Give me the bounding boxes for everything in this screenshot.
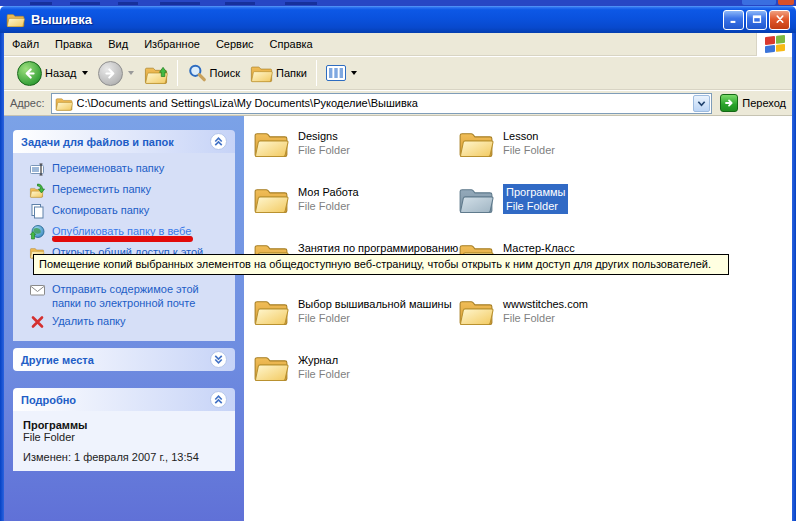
task-link[interactable]: Отправить содержимое этой папки по элект…	[52, 282, 217, 310]
tasks-panel-header[interactable]: Задачи для файлов и папок	[13, 130, 235, 153]
chevron-down-icon	[697, 99, 706, 108]
maximize-icon	[751, 14, 763, 25]
background-window-menu-fragment	[225, 2, 255, 5]
up-folder-icon	[144, 62, 168, 84]
details-item-type: File Folder	[23, 431, 227, 443]
folders-button[interactable]: Папки	[245, 63, 312, 83]
details-header[interactable]: Подробно	[13, 388, 235, 411]
details-body: Программы File Folder Изменен: 1 февраля…	[13, 411, 235, 471]
task-copy-folder[interactable]: Скопировать папку	[17, 201, 231, 222]
task-link[interactable]: Удалить папку	[52, 314, 126, 328]
background-window-menu-fragment	[285, 2, 317, 5]
window-title: Вышивка	[31, 12, 723, 27]
explorer-window: Вышивка Файл Правка Вид Избранное Сервис…	[0, 0, 796, 521]
other-places-header[interactable]: Другие места	[13, 348, 235, 371]
collapse-button[interactable]	[210, 133, 227, 150]
back-button[interactable]: Назад	[12, 61, 93, 86]
go-button[interactable]: Переход	[720, 94, 786, 112]
folders-label: Папки	[276, 67, 307, 79]
folder-icon-selected	[458, 184, 494, 214]
address-combobox[interactable]: C:\Documents and Settings\Liza\My Docume…	[51, 93, 713, 114]
menu-file[interactable]: Файл	[4, 35, 47, 53]
other-places-title: Другие места	[21, 354, 210, 366]
details-title: Подробно	[21, 394, 210, 406]
folder-type: File Folder	[298, 199, 359, 213]
views-button[interactable]	[321, 65, 362, 81]
folder-tile-vybor-mashiny[interactable]: Выбор вышивальной машиныFile Folder	[253, 296, 483, 340]
chevron-double-up-icon	[212, 393, 225, 406]
tasks-panel-title: Задачи для файлов и папок	[21, 136, 210, 148]
folder-name: Моя Работа	[298, 185, 359, 199]
address-dropdown-button[interactable]	[693, 95, 710, 112]
close-button[interactable]	[769, 10, 790, 30]
title-bar: Вышивка	[0, 6, 796, 33]
task-email-folder[interactable]: Отправить содержимое этой папки по элект…	[17, 280, 231, 312]
background-window-menu-fragment	[118, 2, 138, 5]
tasks-panel-body: Переименовать папку Переместить папку	[13, 153, 235, 341]
search-icon	[187, 63, 207, 83]
details-item-name: Программы	[23, 419, 227, 431]
rename-icon	[29, 161, 46, 177]
go-arrow-icon	[720, 94, 738, 112]
forward-button[interactable]	[93, 61, 139, 86]
search-label: Поиск	[210, 67, 240, 79]
folder-type: File Folder	[503, 311, 588, 325]
menu-view[interactable]: Вид	[100, 35, 136, 53]
menu-favorites[interactable]: Избранное	[136, 35, 208, 53]
move-folder-icon	[29, 182, 46, 198]
folders-icon	[250, 63, 273, 83]
folder-type: File Folder	[506, 199, 565, 213]
minimize-button[interactable]	[723, 10, 744, 30]
task-link[interactable]: Переименовать папку	[52, 161, 164, 175]
folder-type: File Folder	[503, 143, 555, 157]
folder-tile-designs[interactable]: DesignsFile Folder	[253, 128, 453, 172]
main-area: Задачи для файлов и папок Переименовать …	[4, 116, 792, 521]
search-button[interactable]: Поиск	[182, 63, 245, 83]
views-dropdown-icon[interactable]	[351, 71, 357, 75]
menu-tools[interactable]: Сервис	[208, 35, 262, 53]
window-border-right	[792, 33, 796, 521]
task-link[interactable]: Переместить папку	[52, 182, 151, 196]
address-bar: Адрес: C:\Documents and Settings\Liza\My…	[4, 91, 792, 116]
folder-tile-wwwstitches[interactable]: wwwstitches.comFile Folder	[458, 296, 658, 340]
collapse-button[interactable]	[210, 391, 227, 408]
expand-button[interactable]	[210, 351, 227, 368]
folder-tile-zhurnal[interactable]: ЖурналFile Folder	[253, 352, 453, 396]
task-rename-folder[interactable]: Переименовать папку	[17, 159, 231, 180]
up-button[interactable]	[139, 62, 173, 84]
menu-help[interactable]: Справка	[262, 35, 321, 53]
folder-tile-lesson[interactable]: LessonFile Folder	[458, 128, 658, 172]
task-move-folder[interactable]: Переместить папку	[17, 180, 231, 201]
minimize-icon	[728, 14, 740, 25]
task-delete-folder[interactable]: Удалить папку	[17, 312, 231, 333]
background-window-buttons	[742, 0, 776, 5]
toolbar: Назад Поиск Папки	[4, 57, 792, 90]
back-icon	[17, 61, 42, 86]
folder-tile-moya-rabota[interactable]: Моя РаботаFile Folder	[253, 184, 453, 228]
forward-dropdown-icon	[128, 71, 134, 75]
back-label: Назад	[45, 67, 77, 79]
folder-name: Выбор вышивальной машины	[298, 297, 452, 311]
folder-tile-programmy-selected[interactable]: ПрограммыFile Folder	[458, 184, 658, 228]
back-dropdown-icon[interactable]	[82, 71, 88, 75]
delete-icon	[29, 314, 46, 330]
chevron-double-down-icon	[212, 353, 225, 366]
details-item-modified: Изменен: 1 февраля 2007 г., 13:54	[23, 451, 227, 463]
details-panel: Подробно Программы File Folder Изменен: …	[13, 388, 235, 471]
publish-web-icon	[29, 224, 46, 240]
copy-icon	[29, 203, 46, 219]
background-window-menu-fragment	[160, 2, 200, 5]
maximize-button[interactable]	[746, 10, 767, 30]
folder-name: Мастер-Класс	[503, 241, 575, 255]
address-value[interactable]: C:\Documents and Settings\Liza\My Docume…	[77, 97, 694, 109]
folder-icon	[253, 184, 289, 214]
folder-name: Журнал	[298, 353, 350, 367]
background-window-menu-fragment	[70, 2, 100, 5]
menu-edit[interactable]: Правка	[47, 35, 100, 53]
background-window-close-button	[778, 0, 794, 5]
views-icon	[326, 65, 346, 81]
task-link[interactable]: Скопировать папку	[52, 203, 149, 217]
folder-name: Занятия по программированию	[298, 241, 458, 255]
folder-icon	[253, 296, 289, 326]
folder-type: File Folder	[298, 143, 350, 157]
